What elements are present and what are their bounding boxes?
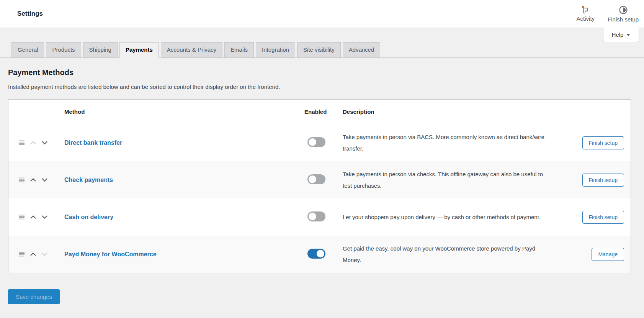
tab-accounts-privacy[interactable]: Accounts & Privacy (161, 42, 222, 58)
method-cell: Direct bank transfer (56, 139, 304, 146)
enabled-cell (304, 137, 343, 148)
method-description: Take payments in person via BACS. More c… (343, 131, 551, 154)
toggle-knob (317, 250, 324, 257)
tab-payments[interactable]: Payments (119, 42, 159, 58)
finish-setup-label: Finish setup (608, 16, 639, 23)
tab-products[interactable]: Products (46, 42, 81, 58)
payment-method-link[interactable]: Cash on delivery (64, 214, 113, 220)
move-down-button[interactable] (41, 178, 48, 182)
action-cell: Manage (558, 248, 631, 261)
action-cell: Finish setup (558, 174, 631, 187)
table-header-row: Method Enabled Description (8, 100, 631, 124)
table-row: Cash on delivery Let your shoppers pay u… (8, 198, 631, 236)
activity-label: Activity (577, 15, 595, 22)
table-row: Check payments Take payments in person v… (8, 161, 631, 198)
sort-cell (8, 177, 56, 182)
payment-method-link[interactable]: Payd Money for WooCommerce (64, 251, 157, 257)
method-description: Get paid the easy, cool way on your WooC… (343, 243, 551, 266)
chevron-down-icon (626, 34, 630, 36)
finish-setup-row-button[interactable]: Finish setup (582, 136, 624, 149)
drag-handle-icon[interactable] (19, 252, 25, 257)
description-cell: Take payments in person via checks. This… (343, 169, 558, 192)
tab-advanced[interactable]: Advanced (343, 42, 381, 58)
section-heading: Payment Methods (8, 68, 644, 77)
finish-setup-row-button[interactable]: Finish setup (582, 211, 624, 224)
method-cell: Cash on delivery (56, 214, 304, 221)
header-actions: Activity Finish setup (576, 4, 640, 24)
sort-cell (8, 215, 56, 220)
move-up-button[interactable] (30, 141, 36, 145)
column-header-method: Method (56, 108, 304, 115)
finish-setup-row-button[interactable]: Finish setup (582, 174, 624, 187)
page-title: Settings (17, 10, 43, 18)
drag-handle-icon[interactable] (19, 140, 25, 145)
save-changes-button[interactable]: Save changes (8, 289, 60, 304)
table-row: Payd Money for WooCommerce Get paid the … (8, 236, 631, 273)
description-cell: Take payments in person via BACS. More c… (343, 131, 558, 154)
activity-flag-icon (581, 5, 590, 14)
drag-handle-icon[interactable] (19, 177, 25, 182)
move-up-button[interactable] (30, 215, 36, 219)
payment-method-link[interactable]: Check payments (64, 177, 113, 183)
enabled-toggle[interactable] (307, 174, 325, 184)
enabled-toggle[interactable] (307, 249, 325, 259)
move-down-button[interactable] (41, 215, 48, 219)
move-down-button[interactable] (41, 141, 48, 145)
method-description: Take payments in person via checks. This… (343, 169, 551, 192)
toggle-knob (309, 175, 316, 183)
action-cell: Finish setup (558, 211, 631, 224)
column-header-enabled: Enabled (304, 108, 343, 115)
setup-progress-icon (619, 5, 628, 15)
enabled-cell (304, 211, 343, 223)
activity-button[interactable]: Activity (576, 4, 596, 24)
tab-site-visibility[interactable]: Site visibility (297, 42, 341, 58)
description-cell: Let your shoppers pay upon delivery — by… (343, 211, 558, 223)
enabled-toggle[interactable] (307, 211, 325, 221)
move-up-button[interactable] (30, 252, 36, 256)
payment-methods-table: Method Enabled Description Direct bank t… (8, 99, 631, 273)
enabled-toggle[interactable] (307, 137, 325, 147)
tab-general[interactable]: General (11, 42, 44, 58)
tab-emails[interactable]: Emails (224, 42, 254, 58)
method-cell: Payd Money for WooCommerce (56, 251, 304, 258)
tab-shipping[interactable]: Shipping (83, 42, 118, 58)
tab-integration[interactable]: Integration (256, 42, 295, 58)
sort-cell (8, 252, 56, 257)
action-cell: Finish setup (558, 136, 631, 149)
description-cell: Get paid the easy, cool way on your WooC… (343, 243, 558, 266)
drag-handle-icon[interactable] (19, 215, 25, 220)
admin-header: Settings Activity Finish setup (0, 0, 644, 28)
column-header-description: Description (343, 108, 558, 115)
move-up-button[interactable] (30, 178, 36, 182)
payment-method-link[interactable]: Direct bank transfer (64, 139, 122, 146)
method-description: Let your shoppers pay upon delivery — by… (343, 211, 551, 223)
sort-cell (8, 140, 56, 145)
toggle-knob (309, 213, 316, 220)
manage-row-button[interactable]: Manage (592, 248, 624, 261)
move-down-button[interactable] (41, 252, 48, 256)
help-label: Help (612, 31, 624, 38)
settings-tabs: General Products Shipping Payments Accou… (0, 42, 644, 58)
help-tab[interactable]: Help (603, 28, 639, 42)
toggle-knob (309, 138, 316, 146)
enabled-cell (304, 249, 343, 260)
finish-setup-button[interactable]: Finish setup (607, 4, 639, 24)
table-row: Direct bank transfer Take payments in pe… (8, 124, 631, 161)
enabled-cell (304, 174, 343, 185)
method-cell: Check payments (56, 177, 304, 184)
section-description: Installed payment methods are listed bel… (8, 84, 644, 90)
